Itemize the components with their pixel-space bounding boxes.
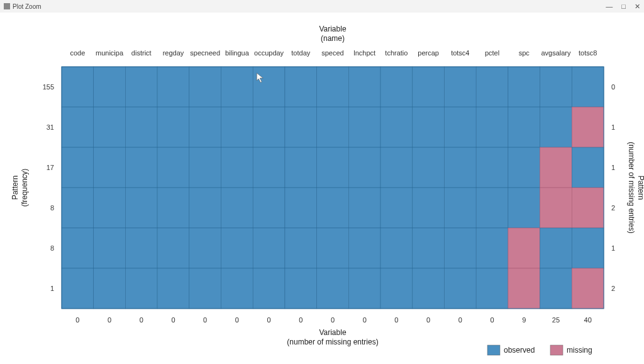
pattern-missing-tick: 2 bbox=[611, 285, 615, 292]
variable-label: district bbox=[131, 49, 152, 57]
cell-observed bbox=[125, 147, 157, 188]
cell-missing bbox=[540, 188, 572, 228]
cell-observed bbox=[157, 188, 189, 228]
pattern-missing-tick: 1 bbox=[611, 123, 615, 131]
cell-observed bbox=[380, 228, 413, 268]
minimize-button[interactable]: — bbox=[606, 3, 613, 11]
cell-observed bbox=[221, 188, 253, 228]
cell-observed bbox=[413, 107, 445, 147]
variable-missing-total: 25 bbox=[552, 316, 560, 324]
variable-label: totsc4 bbox=[451, 49, 469, 57]
cell-observed bbox=[125, 67, 157, 107]
cell-missing bbox=[572, 188, 604, 228]
left-axis-title-1: Pattern bbox=[11, 176, 19, 200]
pattern-missing-tick: 0 bbox=[611, 83, 615, 91]
cell-observed bbox=[317, 107, 349, 147]
cell-observed bbox=[253, 188, 285, 228]
maximize-button[interactable]: □ bbox=[621, 3, 626, 11]
variable-missing-total: 0 bbox=[426, 316, 430, 324]
cell-observed bbox=[444, 67, 476, 107]
cell-observed bbox=[380, 107, 413, 147]
left-axis-title-2: (frequency) bbox=[20, 169, 29, 207]
right-axis-title-2: (number of missing entries) bbox=[627, 142, 636, 233]
cell-observed bbox=[413, 147, 445, 188]
cell-observed bbox=[413, 67, 445, 107]
cell-observed bbox=[157, 107, 189, 147]
legend-label-observed: observed bbox=[504, 346, 535, 355]
variable-missing-total: 0 bbox=[267, 316, 271, 324]
variable-label: avgsalary bbox=[541, 49, 571, 57]
cell-observed bbox=[253, 268, 285, 309]
cell-observed bbox=[189, 107, 221, 147]
variable-missing-total: 40 bbox=[584, 316, 592, 324]
cell-observed bbox=[540, 228, 572, 268]
variable-label: lnchpct bbox=[353, 49, 375, 57]
legend-swatch-missing bbox=[550, 345, 563, 355]
cell-observed bbox=[413, 268, 445, 309]
cell-observed bbox=[285, 147, 317, 188]
cell-observed bbox=[94, 67, 126, 107]
variable-missing-total: 0 bbox=[363, 316, 367, 324]
bottom-axis-title-1: Variable bbox=[319, 328, 346, 337]
cell-observed bbox=[413, 228, 445, 268]
cell-observed bbox=[508, 147, 540, 188]
variable-missing-total: 0 bbox=[490, 316, 494, 324]
cell-observed bbox=[508, 188, 540, 228]
cell-observed bbox=[508, 107, 540, 147]
cell-observed bbox=[476, 147, 508, 188]
cell-missing bbox=[508, 268, 540, 309]
cell-observed bbox=[348, 228, 380, 268]
cell-observed bbox=[189, 67, 221, 107]
cell-observed bbox=[348, 107, 380, 147]
variable-missing-total: 0 bbox=[203, 316, 207, 324]
cell-observed bbox=[380, 147, 413, 188]
cell-observed bbox=[540, 67, 572, 107]
variable-missing-total: 0 bbox=[171, 316, 175, 324]
cell-observed bbox=[189, 268, 221, 309]
cell-observed bbox=[348, 147, 380, 188]
top-axis-title-2: (name) bbox=[321, 34, 345, 43]
bottom-axis-title-2: (number of missing entries) bbox=[287, 338, 378, 346]
cell-missing bbox=[508, 228, 540, 268]
cell-observed bbox=[317, 268, 349, 309]
cell-observed bbox=[125, 228, 157, 268]
pattern-missing-tick: 2 bbox=[611, 204, 615, 212]
variable-label: regday bbox=[163, 49, 184, 57]
cell-observed bbox=[285, 107, 317, 147]
cell-observed bbox=[348, 188, 380, 228]
cell-observed bbox=[285, 228, 317, 268]
cell-observed bbox=[221, 107, 253, 147]
app-window: Plot Zoom — □ ✕ Variable(name)codemunici… bbox=[0, 0, 644, 364]
cell-observed bbox=[94, 188, 126, 228]
variable-missing-total: 0 bbox=[108, 316, 111, 324]
cell-observed bbox=[572, 67, 604, 107]
right-axis-title-1: Pattern bbox=[636, 176, 644, 200]
cell-observed bbox=[380, 188, 413, 228]
cell-observed bbox=[157, 268, 189, 309]
pattern-frequency-tick: 155 bbox=[43, 83, 54, 91]
cell-observed bbox=[476, 107, 508, 147]
variable-missing-total: 0 bbox=[458, 316, 462, 324]
cell-observed bbox=[413, 188, 445, 228]
cell-observed bbox=[62, 228, 94, 268]
cell-observed bbox=[125, 107, 157, 147]
cell-observed bbox=[508, 67, 540, 107]
cell-observed bbox=[285, 67, 317, 107]
legend-swatch-observed bbox=[487, 345, 500, 355]
pattern-frequency-tick: 8 bbox=[50, 244, 54, 252]
close-button[interactable]: ✕ bbox=[635, 3, 640, 11]
variable-label: spc bbox=[519, 49, 530, 57]
cell-observed bbox=[94, 147, 126, 188]
cell-observed bbox=[444, 107, 476, 147]
cell-observed bbox=[221, 228, 253, 268]
cell-observed bbox=[62, 147, 94, 188]
cell-observed bbox=[285, 268, 317, 309]
cell-observed bbox=[94, 228, 126, 268]
cell-observed bbox=[476, 228, 508, 268]
variable-missing-total: 0 bbox=[75, 316, 79, 324]
cell-observed bbox=[348, 67, 380, 107]
cell-observed bbox=[125, 268, 157, 309]
cell-observed bbox=[62, 268, 94, 309]
cell-observed bbox=[444, 228, 476, 268]
pattern-frequency-tick: 31 bbox=[47, 123, 54, 131]
